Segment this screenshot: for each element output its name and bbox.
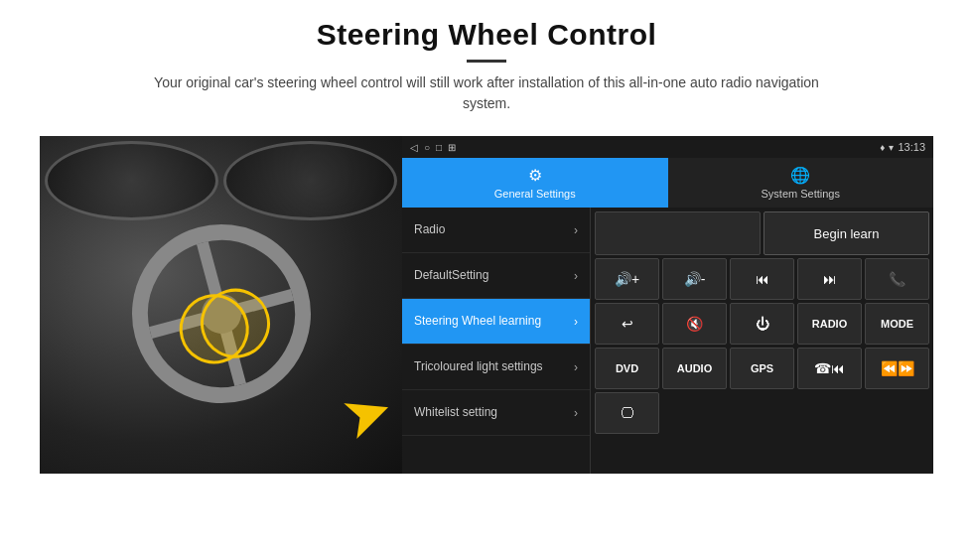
system-settings-icon: 🌐 — [790, 166, 810, 185]
mode-label: MODE — [881, 318, 913, 330]
dvd-button[interactable]: DVD — [595, 348, 659, 389]
car-image-area: ➤ — [40, 136, 402, 474]
title-divider — [467, 60, 506, 63]
menu-item-steering[interactable]: Steering Wheel learning › — [402, 299, 590, 345]
general-settings-icon: ⚙ — [528, 166, 542, 185]
power-button[interactable]: ⏻ — [730, 303, 794, 345]
mode-button[interactable]: MODE — [865, 303, 929, 345]
controls-row-4: DVD AUDIO GPS ☎⏮ ⏪⏩ — [595, 348, 929, 389]
chevron-default: › — [574, 269, 578, 283]
power-icon: ⏻ — [756, 316, 769, 332]
begin-learn-button[interactable]: Begin learn — [764, 211, 929, 255]
controls-row-2: 🔊+ 🔊- ⏮ ⏭ 📞 — [595, 258, 929, 300]
menu-item-whitelist[interactable]: Whitelist setting › — [402, 390, 590, 436]
menu-item-radio[interactable]: Radio › — [402, 208, 590, 253]
steering-wheel — [111, 205, 330, 423]
android-ui: ◁ ○ □ ⊞ ♦ ▾ 13:13 ⚙ General Settings — [402, 136, 933, 474]
gauge-left — [45, 141, 218, 220]
back-call-icon: ↩ — [622, 316, 633, 332]
status-bar: ◁ ○ □ ⊞ ♦ ▾ 13:13 — [402, 136, 933, 158]
menu-item-tricoloured[interactable]: Tricoloured light settings › — [402, 345, 590, 390]
skip-button[interactable]: ⏪⏩ — [865, 348, 929, 389]
car-background: ➤ — [40, 136, 402, 474]
back-icon: ◁ — [410, 142, 418, 153]
chevron-whitelist: › — [574, 406, 578, 420]
gauge-right — [223, 141, 397, 220]
menu-item-default[interactable]: DefaultSetting › — [402, 253, 590, 299]
controls-area: Begin learn 🔊+ 🔊- ⏮ — [591, 208, 933, 474]
menu-icon: ⊞ — [448, 142, 456, 153]
menu-label-tricoloured: Tricoloured light settings — [414, 359, 543, 373]
gps-button[interactable]: GPS — [730, 348, 794, 389]
steering-wheel-outer — [111, 205, 330, 423]
gps-label: GPS — [751, 362, 773, 374]
mute-button[interactable]: 🔇 — [662, 303, 727, 345]
recent-icon: □ — [436, 142, 442, 153]
controls-row-5: 🖵 — [595, 392, 929, 434]
audio-label: AUDIO — [677, 362, 712, 374]
phone-icon-row2: 📞 — [889, 271, 905, 287]
vol-up-button[interactable]: 🔊+ — [595, 258, 659, 300]
controls-row-3: ↩ 🔇 ⏻ RADIO MODE — [595, 303, 929, 345]
page-wrapper: Steering Wheel Control Your original car… — [0, 0, 973, 560]
menu-label-default: DefaultSetting — [414, 268, 488, 282]
phone-prev-button[interactable]: ☎⏮ — [797, 348, 862, 389]
tab-system-label: System Settings — [762, 188, 840, 200]
skip-icon: ⏪⏩ — [881, 360, 914, 376]
page-title: Steering Wheel Control — [139, 18, 834, 52]
phone-prev-icon: ☎⏮ — [814, 360, 845, 376]
radio-label: RADIO — [812, 318, 847, 330]
dvd-label: DVD — [616, 362, 638, 374]
phone-button-row2[interactable]: 📞 — [865, 258, 929, 300]
next-track-button[interactable]: ⏭ — [797, 258, 862, 300]
back-call-button[interactable]: ↩ — [595, 303, 659, 345]
vol-up-icon: 🔊+ — [615, 271, 639, 287]
title-section: Steering Wheel Control Your original car… — [139, 18, 834, 128]
tab-general-label: General Settings — [494, 188, 576, 200]
dash-gauges — [45, 141, 397, 220]
status-bar-left: ◁ ○ □ ⊞ — [410, 142, 456, 153]
row-begin-learn: Begin learn — [595, 211, 929, 255]
main-content: Radio › DefaultSetting › Steering Wheel … — [402, 208, 933, 474]
radio-button[interactable]: RADIO — [797, 303, 862, 345]
audio-button[interactable]: AUDIO — [662, 348, 727, 389]
vol-down-icon: 🔊- — [684, 271, 706, 287]
tab-general[interactable]: ⚙ General Settings — [402, 158, 668, 208]
prev-track-button[interactable]: ⏮ — [730, 258, 794, 300]
vol-down-button[interactable]: 🔊- — [662, 258, 727, 300]
home-icon: ○ — [424, 142, 430, 153]
status-time: 13:13 — [898, 141, 925, 153]
next-track-icon: ⏭ — [823, 271, 837, 287]
content-area: ➤ ◁ ○ □ ⊞ ♦ ▾ 13:13 — [40, 136, 933, 474]
chevron-tricoloured: › — [574, 360, 578, 374]
chevron-steering: › — [574, 315, 578, 329]
menu-label-steering: Steering Wheel learning — [414, 314, 541, 328]
prev-track-icon: ⏮ — [756, 271, 769, 287]
page-subtitle: Your original car's steering wheel contr… — [139, 72, 834, 114]
menu-label-radio: Radio — [414, 222, 445, 236]
yellow-arrow: ➤ — [334, 377, 401, 450]
menu-label-whitelist: Whitelist setting — [414, 405, 497, 419]
status-bar-right: ♦ ▾ 13:13 — [880, 141, 925, 153]
chevron-radio: › — [574, 223, 578, 237]
tabs-row: ⚙ General Settings 🌐 System Settings — [402, 158, 933, 208]
menu-list: Radio › DefaultSetting › Steering Wheel … — [402, 208, 591, 474]
tab-system[interactable]: 🌐 System Settings — [668, 158, 934, 208]
mute-icon: 🔇 — [686, 316, 703, 332]
location-icon: ♦ — [880, 142, 885, 153]
screen-icon: 🖵 — [621, 405, 634, 421]
wifi-icon: ▾ — [889, 142, 894, 153]
screen-button[interactable]: 🖵 — [595, 392, 659, 434]
empty-input-box — [595, 211, 761, 255]
